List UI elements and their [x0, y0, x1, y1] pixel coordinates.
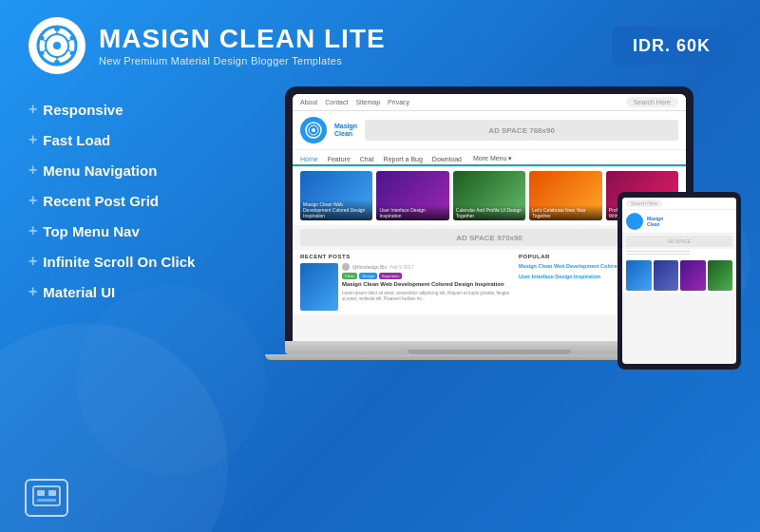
title-block: MASIGN CLEAN LITE New Premium Material D…: [99, 25, 386, 67]
post-thumb-2[interactable]: User Interface Design Inspiration: [376, 171, 448, 220]
recent-post-image: [300, 263, 338, 311]
svg-point-4: [70, 36, 75, 41]
post-thumb-title-3: Calendar And Profile UI Design Together: [456, 207, 522, 218]
svg-rect-18: [33, 486, 60, 505]
nav-contact: Contact: [325, 99, 348, 105]
recent-posts-section: RECENT POSTS @thisdesign.Bio Feb 9 2017: [300, 254, 513, 311]
bottom-logo-box: [25, 479, 68, 517]
tablet-blog-header: MasignClean: [622, 210, 736, 234]
menu-line-2: [626, 254, 690, 255]
tab-home[interactable]: Home: [300, 154, 318, 166]
nav-links: About Contact Sitemap Privacy: [300, 99, 409, 105]
plus-icon: +: [28, 222, 37, 239]
app-title: MASIGN CLEAN LITE: [99, 25, 386, 54]
tablet-thumb-3: [680, 260, 706, 291]
tag-clean: Clean: [342, 273, 357, 279]
plus-icon: +: [28, 131, 37, 148]
post-author: @thisdesign.Bio: [352, 264, 387, 270]
tablet-thumb-2: [654, 260, 679, 291]
logo-icon: [28, 17, 86, 74]
post-tags: Clean Design Inspiration: [342, 273, 513, 279]
feature-fast-load: + Fast Load: [28, 131, 218, 148]
svg-point-6: [54, 60, 60, 66]
post-thumb-overlay-1: Masign Clean Web Development Colored Des…: [300, 200, 372, 220]
mockup-area: About Contact Sitemap Privacy Search Her…: [238, 91, 741, 360]
svg-point-2: [53, 42, 61, 49]
blog-logo: [300, 117, 327, 143]
tablet-search: Search Here: [626, 200, 662, 207]
tablet-screen: Search Here MasignClean AD SPACE: [622, 198, 736, 364]
recent-post-content: @thisdesign.Bio Feb 9 2017 Clean Design …: [342, 263, 513, 311]
plus-icon: +: [28, 162, 37, 179]
plus-icon: +: [28, 283, 37, 300]
feature-top-menu-nav: + Top Menu Nav: [28, 222, 218, 239]
tag-inspiration: Inspiration: [379, 273, 402, 279]
browser-search: Search Here: [626, 97, 678, 107]
page-header: MASIGN CLEAN LITE New Premium Material D…: [0, 0, 760, 84]
tablet-thumb-1: [626, 260, 652, 291]
nav-about: About: [300, 99, 317, 105]
post-thumb-overlay-2: User Interface Design Inspiration: [376, 205, 448, 220]
svg-point-17: [312, 128, 315, 132]
nav-privacy: Privacy: [388, 99, 409, 105]
tablet-nav: Search Here: [622, 198, 736, 210]
tag-design: Design: [359, 273, 376, 279]
tab-report[interactable]: Report a Bug: [384, 154, 423, 164]
tablet-posts-grid: [622, 258, 736, 293]
post-thumb-overlay-3: Calendar And Profile UI Design Together: [453, 205, 525, 220]
post-thumb-title-2: User Interface Design Inspiration: [379, 207, 446, 218]
tablet-border: Search Here MasignClean AD SPACE: [618, 192, 741, 370]
blog-header: MasignClean AD SPACE 768x90: [293, 111, 686, 150]
svg-rect-20: [48, 490, 56, 496]
plus-icon: +: [28, 253, 37, 270]
tablet-menu: [622, 249, 736, 258]
svg-rect-19: [37, 490, 45, 496]
post-thumb-title-1: Masign Clean Web Development Colored Des…: [303, 201, 370, 218]
plus-icon: +: [28, 192, 37, 209]
post-thumb-1[interactable]: Masign Clean Web Development Colored Des…: [300, 171, 372, 220]
tablet-ad: AD SPACE: [626, 236, 732, 247]
post-thumb-4[interactable]: Let's Celebrate New Year Together: [529, 171, 601, 220]
tab-download[interactable]: Download: [432, 154, 462, 164]
feature-menu-navigation: + Menu Navigation: [28, 162, 218, 179]
feature-responsive: + Responsive: [28, 101, 218, 118]
tablet-logo: [626, 213, 643, 230]
post-date: Feb 9 2017: [390, 264, 413, 270]
feature-recent-post-grid: + Recent Post Grid: [28, 192, 218, 209]
svg-point-5: [70, 51, 75, 56]
tablet-blog-name: MasignClean: [647, 216, 663, 227]
browser-navbar: About Contact Sitemap Privacy Search Her…: [293, 94, 686, 111]
tab-more[interactable]: More Menu ▾: [473, 153, 512, 164]
recent-post-excerpt: Lorem ipsum dolor sit amet, consectetur …: [342, 291, 513, 303]
post-thumb-3[interactable]: Calendar And Profile UI Design Together: [453, 171, 525, 220]
svg-point-7: [40, 51, 45, 56]
tab-feature[interactable]: Feature: [328, 154, 351, 164]
post-thumb-title-4: Let's Celebrate New Year Together: [532, 207, 598, 218]
menu-line-1: [626, 251, 690, 252]
post-avatar: [342, 263, 350, 271]
bottom-logo: [25, 479, 68, 517]
svg-point-8: [40, 36, 45, 41]
tab-chat[interactable]: Chat: [360, 154, 374, 164]
feature-infinite-scroll: + Infinite Scroll On Click: [28, 253, 218, 270]
brand-block: MASIGN CLEAN LITE New Premium Material D…: [28, 17, 386, 74]
tablet-mockup: Search Here MasignClean AD SPACE: [618, 192, 741, 370]
blog-name: MasignClean: [334, 123, 357, 139]
tablet-thumb-4: [708, 260, 733, 291]
nav-sitemap: Sitemap: [355, 99, 380, 105]
app-subtitle: New Premium Material Design Blogger Temp…: [99, 55, 386, 66]
plus-icon: +: [28, 101, 37, 118]
recent-post-title: Masign Clean Web Development Colored Des…: [342, 281, 513, 289]
svg-point-3: [54, 26, 60, 31]
post-thumb-overlay-4: Let's Celebrate New Year Together: [529, 205, 601, 220]
recent-posts-label: RECENT POSTS: [300, 254, 513, 259]
price-badge: IDR. 60K: [612, 27, 732, 66]
svg-rect-21: [37, 499, 56, 502]
post-meta: @thisdesign.Bio Feb 9 2017: [342, 263, 513, 271]
ad-banner-1: AD SPACE 768x90: [365, 120, 678, 141]
blog-tabs: Home Feature Chat Report a Bug Download …: [293, 150, 686, 166]
recent-post-item: @thisdesign.Bio Feb 9 2017 Clean Design …: [300, 263, 513, 311]
